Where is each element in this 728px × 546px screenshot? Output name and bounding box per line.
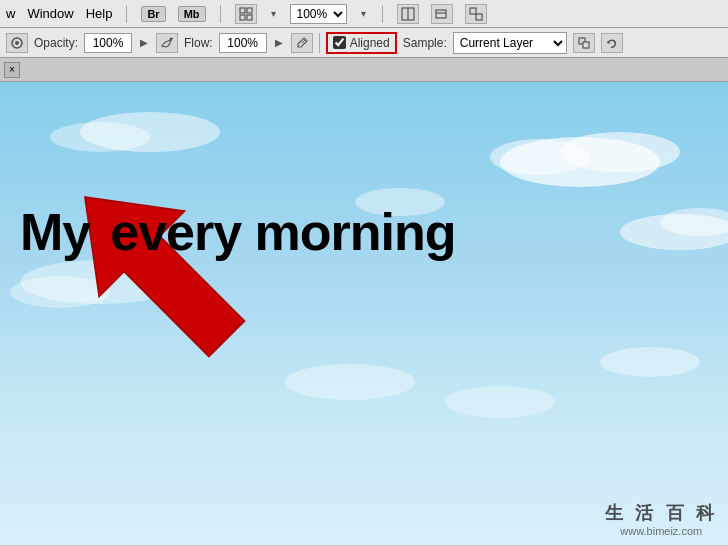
svg-rect-16 xyxy=(583,42,589,48)
svg-rect-9 xyxy=(476,14,482,20)
svg-line-14 xyxy=(302,40,305,43)
svg-point-19 xyxy=(490,139,590,175)
svg-point-28 xyxy=(445,386,555,418)
mb-button[interactable]: Mb xyxy=(178,6,206,22)
svg-rect-2 xyxy=(240,15,245,20)
tab-close-button[interactable]: × xyxy=(4,62,20,78)
separator-2 xyxy=(220,5,221,23)
correction-icon[interactable] xyxy=(601,33,623,53)
separator-1 xyxy=(126,5,127,23)
watermark-url: www.bimeiz.com xyxy=(620,525,702,537)
airbrush-icon[interactable] xyxy=(156,33,178,53)
clouds-layer xyxy=(0,82,728,545)
svg-point-25 xyxy=(10,276,110,308)
watermark-chinese: 生 活 百 科 xyxy=(605,501,719,525)
opacity-input[interactable] xyxy=(84,33,132,53)
sample-label: Sample: xyxy=(403,36,447,50)
canvas-text-container: My every morning xyxy=(0,202,728,262)
svg-rect-8 xyxy=(470,8,476,14)
svg-rect-1 xyxy=(247,8,252,13)
svg-rect-3 xyxy=(247,15,252,20)
text-right: every morning xyxy=(110,202,455,262)
menu-item-w[interactable]: w xyxy=(6,6,15,21)
eyedropper-icon[interactable] xyxy=(291,33,313,53)
svg-point-11 xyxy=(15,41,19,45)
flow-arrow[interactable]: ▶ xyxy=(273,37,285,48)
menu-bar: w Window Help Br Mb ▾ 100% 50% 200% ▾ xyxy=(0,0,728,28)
br-button[interactable]: Br xyxy=(141,6,165,22)
tab-bar: × xyxy=(0,58,728,82)
clone-source-icon[interactable] xyxy=(573,33,595,53)
flow-label: Flow: xyxy=(184,36,213,50)
zoom-dropdown[interactable]: ▾ xyxy=(359,8,368,19)
options-bar: Opacity: ▶ Flow: ▶ Aligned Sample: Curre… xyxy=(0,28,728,58)
aligned-checkbox[interactable] xyxy=(333,36,346,49)
svg-point-27 xyxy=(285,364,415,400)
opacity-arrow[interactable]: ▶ xyxy=(138,37,150,48)
separator-3 xyxy=(382,5,383,23)
menu-item-window[interactable]: Window xyxy=(27,6,73,21)
zoom-select[interactable]: 100% 50% 200% xyxy=(290,4,347,24)
aligned-label: Aligned xyxy=(350,36,390,50)
menu-item-help[interactable]: Help xyxy=(86,6,113,21)
window-icon[interactable] xyxy=(431,4,453,24)
flow-input[interactable] xyxy=(219,33,267,53)
canvas-area: My every morning 生 活 百 科 www.bimeiz.com xyxy=(0,82,728,545)
opacity-label: Opacity: xyxy=(34,36,78,50)
svg-point-21 xyxy=(50,122,150,152)
grid-dropdown[interactable]: ▾ xyxy=(269,8,278,19)
watermark: 生 活 百 科 www.bimeiz.com xyxy=(605,501,719,537)
brush-preset-icon[interactable] xyxy=(6,33,28,53)
grid-icon[interactable] xyxy=(235,4,257,24)
separator-4 xyxy=(319,33,320,53)
svg-rect-0 xyxy=(240,8,245,13)
text-left: My xyxy=(0,202,90,262)
arrange-icon[interactable] xyxy=(465,4,487,24)
sample-select[interactable]: Current Layer All Layers Current & Below xyxy=(453,32,567,54)
aligned-box: Aligned xyxy=(326,32,397,54)
svg-point-29 xyxy=(600,347,700,377)
svg-rect-6 xyxy=(436,10,446,18)
layout-icon[interactable] xyxy=(397,4,419,24)
